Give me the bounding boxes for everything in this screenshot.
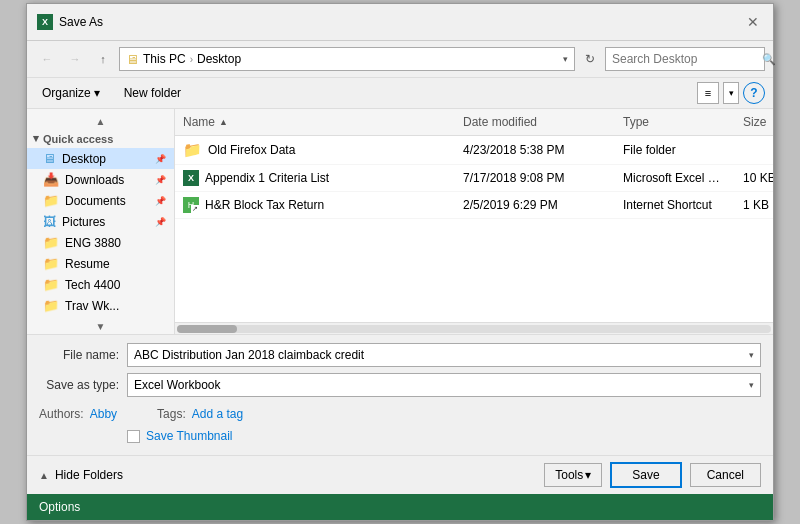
search-icon: 🔍 — [762, 53, 776, 66]
sidebar-scroll-up[interactable]: ▲ — [27, 113, 174, 129]
table-row[interactable]: H ↗ H&R Block Tax Return 2/5/2019 6:29 P… — [175, 192, 773, 219]
sidebar-item-downloads[interactable]: 📥 Downloads 📌 — [27, 169, 174, 190]
row3-icon: H ↗ — [183, 197, 199, 213]
authors-value[interactable]: Abby — [90, 407, 117, 421]
row1-type: File folder — [615, 141, 735, 159]
sidebar-trav-label: Trav Wk... — [65, 299, 119, 313]
file-area: Name ▲ Date modified Type Size 📁 — [175, 109, 773, 334]
bottom-bar: ▲ Hide Folders Tools ▾ Save Cancel — [27, 455, 773, 494]
tools-button[interactable]: Tools ▾ — [544, 463, 602, 487]
col-name-header[interactable]: Name ▲ — [175, 113, 455, 131]
sort-arrow: ▲ — [219, 117, 228, 127]
hide-folders-label: Hide Folders — [55, 468, 123, 482]
col-size-label: Size — [743, 115, 766, 129]
filename-input-container[interactable]: ▾ — [127, 343, 761, 367]
sidebar-scroll-down[interactable]: ▼ — [27, 318, 174, 334]
help-button[interactable]: ? — [743, 82, 765, 104]
form-area: File name: ▾ Save as type: Excel Workboo… — [27, 334, 773, 455]
sidebar-desktop-label: Desktop — [62, 152, 106, 166]
authors-field: Authors: Abby — [39, 407, 117, 421]
row2-size: 10 KB — [735, 169, 773, 187]
sidebar-resume-label: Resume — [65, 257, 110, 271]
row1-name: Old Firefox Data — [208, 143, 295, 157]
back-button[interactable]: ← — [35, 48, 59, 70]
row3-type: Internet Shortcut — [615, 196, 735, 214]
sidebar-item-documents[interactable]: 📁 Documents 📌 — [27, 190, 174, 211]
documents-folder-icon: 📁 — [43, 193, 59, 208]
sidebar-item-resume[interactable]: 📁 Resume — [27, 253, 174, 274]
excel-icon: X — [37, 14, 53, 30]
col-type-label: Type — [623, 115, 649, 129]
table-row[interactable]: 📁 Old Firefox Data 4/23/2018 5:38 PM Fil… — [175, 136, 773, 165]
row3-size: 1 KB — [735, 196, 773, 214]
refresh-button[interactable]: ↻ — [579, 48, 601, 70]
savetype-select[interactable]: Excel Workbook ▾ — [127, 373, 761, 397]
col-name-label: Name — [183, 115, 215, 129]
table-row[interactable]: X Appendix 1 Criteria List 7/17/2018 9:0… — [175, 165, 773, 192]
view-button[interactable]: ≡ — [697, 82, 719, 104]
forward-button[interactable]: → — [63, 48, 87, 70]
dialog-title: Save As — [59, 15, 103, 29]
hide-folders-button[interactable]: ▲ Hide Folders — [39, 468, 123, 482]
options-bar[interactable]: Options — [27, 494, 773, 520]
path-separator: › — [190, 54, 193, 65]
cancel-button[interactable]: Cancel — [690, 463, 761, 487]
search-bar[interactable]: 🔍 — [605, 47, 765, 71]
sidebar-item-desktop[interactable]: 🖥 Desktop 📌 — [27, 148, 174, 169]
savetype-dropdown-arrow[interactable]: ▾ — [749, 380, 754, 390]
sidebar: ▲ ▾ Quick access 🖥 Desktop 📌 📥 Downloads… — [27, 109, 175, 334]
shortcut-arrow: ↗ — [191, 205, 199, 213]
sidebar-item-tech4400[interactable]: 📁 Tech 4400 — [27, 274, 174, 295]
meta-row: Authors: Abby Tags: Add a tag — [39, 403, 761, 425]
search-input[interactable] — [612, 52, 762, 66]
sidebar-item-eng3880[interactable]: 📁 ENG 3880 — [27, 232, 174, 253]
sidebar-item-pictures[interactable]: 🖼 Pictures 📌 — [27, 211, 174, 232]
new-folder-button[interactable]: New folder — [115, 83, 190, 103]
filename-dropdown-arrow[interactable]: ▾ — [749, 350, 754, 360]
organize-button[interactable]: Organize ▾ — [35, 83, 107, 103]
save-thumbnail-label[interactable]: Save Thumbnail — [146, 429, 233, 443]
tags-label: Tags: — [157, 407, 186, 421]
view-icon: ≡ — [705, 87, 711, 99]
row3-date: 2/5/2019 6:29 PM — [455, 196, 615, 214]
sidebar-eng3880-label: ENG 3880 — [65, 236, 121, 250]
close-button[interactable]: ✕ — [743, 12, 763, 32]
sidebar-downloads-label: Downloads — [65, 173, 124, 187]
quick-access-arrow: ▾ — [33, 132, 39, 145]
horizontal-scrollbar[interactable] — [175, 322, 773, 334]
path-bar[interactable]: 🖥 This PC › Desktop ▾ — [119, 47, 575, 71]
options-label: Options — [39, 500, 80, 514]
col-date-label: Date modified — [463, 115, 537, 129]
eng3880-folder-icon: 📁 — [43, 235, 59, 250]
path-dropdown-arrow[interactable]: ▾ — [563, 54, 568, 64]
documents-pin-icon: 📌 — [155, 196, 166, 206]
scrollbar-thumb[interactable] — [177, 325, 237, 333]
savetype-label: Save as type: — [39, 378, 119, 392]
row1-date: 4/23/2018 5:38 PM — [455, 141, 615, 159]
hide-folders-icon: ▲ — [39, 470, 49, 481]
col-type-header[interactable]: Type — [615, 113, 735, 131]
filename-input[interactable] — [134, 348, 749, 362]
filename-row: File name: ▾ — [39, 343, 761, 367]
tags-value[interactable]: Add a tag — [192, 407, 243, 421]
filename-label: File name: — [39, 348, 119, 362]
pictures-folder-icon: 🖼 — [43, 214, 56, 229]
downloads-pin-icon: 📌 — [155, 175, 166, 185]
row2-name: Appendix 1 Criteria List — [205, 171, 329, 185]
file-list: 📁 Old Firefox Data 4/23/2018 5:38 PM Fil… — [175, 136, 773, 322]
up-button[interactable]: ↑ — [91, 48, 115, 70]
save-button[interactable]: Save — [610, 462, 681, 488]
col-date-header[interactable]: Date modified — [455, 113, 615, 131]
row2-type: Microsoft Excel W... — [615, 169, 735, 187]
authors-label: Authors: — [39, 407, 84, 421]
desktop-folder-icon: 🖥 — [43, 151, 56, 166]
sidebar-quick-access-header[interactable]: ▾ Quick access — [27, 129, 174, 148]
savetype-value: Excel Workbook — [134, 378, 220, 392]
col-size-header[interactable]: Size — [735, 113, 773, 131]
organize-label: Organize — [42, 86, 91, 100]
resume-folder-icon: 📁 — [43, 256, 59, 271]
sidebar-item-trav[interactable]: 📁 Trav Wk... — [27, 295, 174, 316]
view-dropdown-button[interactable]: ▾ — [723, 82, 739, 104]
path-this-pc: This PC — [143, 52, 186, 66]
save-thumbnail-checkbox[interactable] — [127, 430, 140, 443]
